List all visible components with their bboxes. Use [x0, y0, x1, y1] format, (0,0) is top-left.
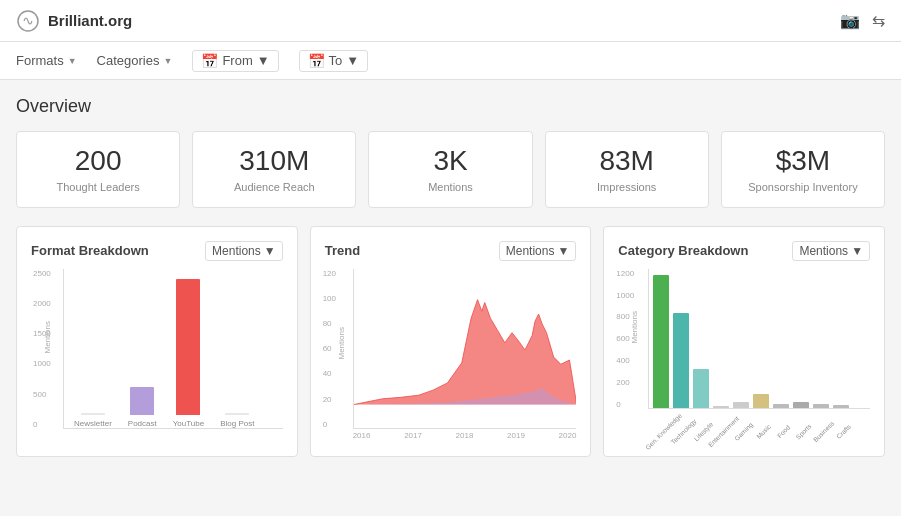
formats-dropdown[interactable]: Formats ▼ — [16, 53, 77, 68]
bar-business-label: Business — [812, 419, 836, 443]
category-breakdown-header: Category Breakdown Mentions ▼ — [618, 241, 870, 261]
category-breakdown-title: Category Breakdown — [618, 243, 748, 258]
stat-value-impressions: 83M — [566, 146, 688, 177]
bar-newsletter-rect — [81, 413, 105, 415]
bar-gaming-rect — [733, 402, 749, 408]
bar-entertainment: Entertainment — [713, 406, 729, 408]
stat-cards: 200 Thought Leaders 310M Audience Reach … — [16, 131, 885, 208]
bar-youtube: YouTube — [173, 279, 204, 428]
trend-y-tick: 20 — [323, 395, 336, 404]
bar-gen-knowledge: Gen. Knowledge — [653, 275, 669, 408]
format-bar-chart: Newsletter Podcast YouTube Blog Pos — [63, 269, 283, 429]
trend-y-tick: 120 — [323, 269, 336, 278]
format-breakdown-header: Format Breakdown Mentions ▼ — [31, 241, 283, 261]
bar-podcast: Podcast — [128, 387, 157, 428]
to-caret: ▼ — [346, 53, 359, 68]
bar-music-label: Music — [755, 423, 772, 440]
trend-x-2018: 2018 — [456, 431, 474, 440]
stat-value-mentions: 3K — [389, 146, 511, 177]
bar-music: Music — [753, 394, 769, 408]
y-tick: 2000 — [33, 299, 51, 308]
category-breakdown-panel: Category Breakdown Mentions ▼ Mentions 0… — [603, 226, 885, 457]
bar-sports-rect — [793, 402, 809, 408]
formats-label: Formats — [16, 53, 64, 68]
shuffle-icon[interactable]: ⇆ — [872, 11, 885, 30]
stat-thought-leaders: 200 Thought Leaders — [16, 131, 180, 208]
stat-label-mentions: Mentions — [389, 181, 511, 193]
format-breakdown-dropdown-label: Mentions — [212, 244, 261, 258]
trend-y-tick: 80 — [323, 319, 336, 328]
bar-technology: Technology — [673, 313, 689, 408]
trend-y-tick: 40 — [323, 369, 336, 378]
y-tick: 0 — [33, 420, 51, 429]
bar-lifestyle-rect — [693, 369, 709, 408]
stat-label-audience-reach: Audience Reach — [213, 181, 335, 193]
bar-food-label: Food — [776, 424, 791, 439]
stat-value-sponsorship: $3M — [742, 146, 864, 177]
stat-impressions: 83M Impressions — [545, 131, 709, 208]
chart-panels: Format Breakdown Mentions ▼ Mentions 0 5… — [16, 226, 885, 457]
bar-technology-rect — [673, 313, 689, 408]
image-icon[interactable]: 📷 — [840, 11, 860, 30]
app-title: Brilliant.org — [48, 12, 132, 29]
calendar-from-icon: 📅 — [201, 53, 218, 69]
bar-crafts-label: Crafts — [835, 423, 852, 440]
calendar-to-icon: 📅 — [308, 53, 325, 69]
trend-panel: Trend Mentions ▼ Mentions 0 20 40 60 80 … — [310, 226, 592, 457]
trend-header: Trend Mentions ▼ — [325, 241, 577, 261]
toolbar: Formats ▼ Categories ▼ 📅 From ▼ 📅 To ▼ — [0, 42, 901, 80]
bar-gaming: Gaming — [733, 402, 749, 408]
trend-dropdown[interactable]: Mentions ▼ — [499, 241, 577, 261]
from-date-filter[interactable]: 📅 From ▼ — [192, 50, 278, 72]
bar-sports: Sports — [793, 402, 809, 408]
to-label: To — [329, 53, 343, 68]
bar-entertainment-label: Entertainment — [707, 414, 741, 448]
trend-x-2019: 2019 — [507, 431, 525, 440]
format-breakdown-panel: Format Breakdown Mentions ▼ Mentions 0 5… — [16, 226, 298, 457]
bar-food: Food — [773, 404, 789, 408]
bar-blogpost-label: Blog Post — [220, 419, 254, 428]
bar-music-rect — [753, 394, 769, 408]
bar-business: Business — [813, 404, 829, 408]
cat-y-tick: 200 — [616, 378, 634, 387]
bar-youtube-label: YouTube — [173, 419, 204, 428]
format-breakdown-dropdown[interactable]: Mentions ▼ — [205, 241, 283, 261]
category-bar-chart: Gen. Knowledge Technology Lifestyle — [648, 269, 870, 409]
bar-gaming-label: Gaming — [733, 421, 754, 442]
cat-y-tick: 600 — [616, 334, 634, 343]
cat-y-tick: 0 — [616, 400, 634, 409]
trend-x-2016: 2016 — [353, 431, 371, 440]
y-tick: 500 — [33, 390, 51, 399]
bar-sports-label: Sports — [795, 422, 813, 440]
from-caret: ▼ — [257, 53, 270, 68]
trend-y-axis-label: Mentions — [336, 327, 345, 359]
header: Brilliant.org 📷 ⇆ — [0, 0, 901, 42]
stat-value-audience-reach: 310M — [213, 146, 335, 177]
trend-x-2020: 2020 — [559, 431, 577, 440]
formats-caret: ▼ — [68, 56, 77, 66]
trend-svg — [353, 269, 577, 429]
cat-y-tick: 1200 — [616, 269, 634, 278]
overview-title: Overview — [16, 96, 885, 117]
trend-red-area — [354, 299, 577, 404]
trend-x-2017: 2017 — [404, 431, 422, 440]
bar-lifestyle: Lifestyle — [693, 369, 709, 408]
cat-y-tick: 400 — [616, 356, 634, 365]
to-date-filter[interactable]: 📅 To ▼ — [299, 50, 369, 72]
bar-entertainment-rect — [713, 406, 729, 408]
header-actions: 📷 ⇆ — [840, 11, 885, 30]
stat-sponsorship: $3M Sponsorship Inventory — [721, 131, 885, 208]
logo-icon — [16, 9, 40, 33]
categories-dropdown[interactable]: Categories ▼ — [97, 53, 173, 68]
trend-y-tick: 100 — [323, 294, 336, 303]
trend-dropdown-label: Mentions — [506, 244, 555, 258]
y-tick: 2500 — [33, 269, 51, 278]
trend-y-tick: 0 — [323, 420, 336, 429]
bar-food-rect — [773, 404, 789, 408]
bar-crafts: Crafts — [833, 405, 849, 408]
stat-mentions: 3K Mentions — [368, 131, 532, 208]
category-breakdown-dropdown[interactable]: Mentions ▼ — [792, 241, 870, 261]
from-label: From — [222, 53, 252, 68]
format-breakdown-caret: ▼ — [264, 244, 276, 258]
trend-title: Trend — [325, 243, 360, 258]
